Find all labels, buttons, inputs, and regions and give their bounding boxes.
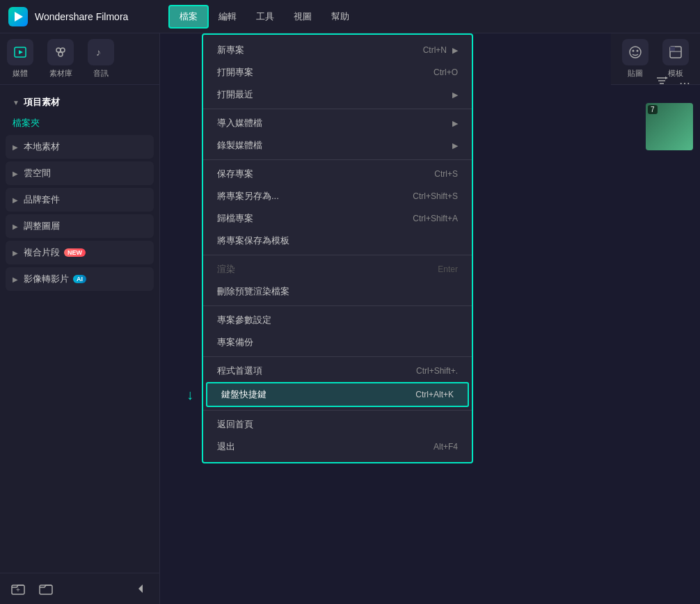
template-icon	[662, 39, 689, 65]
collapse-sidebar-button[interactable]	[132, 579, 151, 598]
svg-point-13	[637, 50, 639, 52]
sidebar-item-brand[interactable]: ▶ 品牌套件	[6, 188, 154, 212]
menu-edit[interactable]: 編輯	[209, 6, 246, 27]
import-arrow: ▶	[452, 119, 458, 128]
menu-item-open-project[interactable]: 打開專案 Ctrl+O	[203, 61, 472, 84]
content-area: 貼圖 模板	[160, 33, 700, 604]
sidebar-item-ai-video[interactable]: ▶ 影像轉影片 AI	[6, 267, 154, 291]
sidebar-bottom: +	[0, 573, 159, 604]
menu-item-new-project[interactable]: 新專案 Ctrl+N ▶	[203, 39, 472, 61]
top-bar: Wondershare Filmora 檔案 編輯 工具 視圖 幫助	[0, 0, 700, 33]
svg-marker-0	[15, 12, 23, 22]
svg-point-5	[58, 52, 63, 56]
svg-marker-10	[138, 585, 143, 593]
sidebar-item-local[interactable]: ▶ 本地素材	[6, 135, 154, 159]
svg-marker-20	[665, 77, 668, 79]
sidebar-content: ▼ 項目素材 檔案夾 ▶ 本地素材 ▶ 雲空間 ▶ 品牌套件 ▶ 調整圖層 ▶	[0, 85, 159, 573]
section-arrow: ▼	[13, 99, 19, 106]
svg-marker-2	[19, 50, 23, 54]
svg-rect-9	[40, 585, 52, 594]
svg-point-11	[630, 47, 641, 58]
sidebar-item-audio[interactable]: ♪ 音訊	[88, 39, 114, 79]
media-icon	[7, 39, 33, 65]
menu-item-preferences[interactable]: 程式首選項 Ctrl+Shift+.	[203, 360, 472, 382]
app-logo	[8, 7, 28, 26]
menu-item-project-settings[interactable]: 專案參數設定	[203, 309, 472, 331]
separator-3	[203, 255, 472, 255]
ai-video-arrow: ▶	[13, 276, 18, 283]
app-branding: Wondershare Filmora	[8, 7, 168, 26]
svg-text:+: +	[16, 586, 20, 594]
app-title: Wondershare Filmora	[35, 11, 128, 22]
menu-item-project-backup[interactable]: 專案備份	[203, 331, 472, 353]
badge-new: NEW	[64, 248, 86, 257]
arrow-indicator: ↓	[186, 387, 193, 403]
menu-item-save-template[interactable]: 將專案保存為模板	[203, 230, 472, 252]
thumbnail[interactable]: 7	[646, 103, 693, 150]
menu-help[interactable]: 幫助	[321, 6, 359, 27]
sticker-icon	[622, 39, 649, 65]
audio-icon: ♪	[88, 39, 114, 65]
menu-item-save-as[interactable]: 將專案另存為... Ctrl+Shift+S	[203, 185, 472, 207]
file-menu-dropdown: 新專案 Ctrl+N ▶ 打開專案 Ctrl+O 打開最近 ▶ 導入媒體檔 ▶	[202, 33, 473, 463]
submenu-arrow: ▶	[452, 46, 458, 55]
menu-item-keyboard-shortcuts[interactable]: ↓ 鍵盤快捷鍵 Ctrl+Alt+K	[206, 382, 469, 407]
material-icon	[47, 39, 74, 65]
sidebar-item-sticker[interactable]: 貼圖	[622, 39, 649, 79]
svg-point-4	[61, 48, 65, 52]
adjust-arrow: ▶	[13, 223, 18, 230]
menu-view[interactable]: 視圖	[284, 6, 321, 27]
cloud-arrow: ▶	[13, 170, 18, 177]
sidebar-item-adjust[interactable]: ▶ 調整圖層	[6, 214, 154, 238]
sidebar-item-cloud[interactable]: ▶ 雲空間	[6, 161, 154, 185]
brand-arrow: ▶	[13, 196, 18, 204]
separator-1	[203, 109, 472, 109]
main-layout: 媒體 素材庫 ♪ 音訊	[0, 33, 700, 604]
menu-bar: 檔案 編輯 工具 視圖 幫助	[168, 5, 692, 29]
svg-point-3	[56, 48, 61, 52]
more-options-icon[interactable]: ⋯	[676, 74, 693, 93]
menu-item-archive[interactable]: 歸檔專案 Ctrl+Shift+A	[203, 207, 472, 230]
sidebar-item-material[interactable]: 素材庫	[47, 39, 74, 79]
sidebar-item-composite[interactable]: ▶ 複合片段 NEW	[6, 241, 154, 264]
menu-item-quit[interactable]: 退出 Alt+F4	[203, 436, 472, 458]
menu-item-delete-preview[interactable]: 刪除預覽渲染檔案	[203, 280, 472, 303]
svg-text:♪: ♪	[96, 47, 101, 58]
recent-arrow: ▶	[452, 90, 458, 100]
menu-item-open-recent[interactable]: 打開最近 ▶	[203, 84, 472, 106]
sidebar-toolbar: 媒體 素材庫 ♪ 音訊	[0, 33, 159, 85]
import-button[interactable]	[36, 579, 56, 598]
menu-file[interactable]: 檔案	[168, 5, 209, 29]
separator-5	[203, 356, 472, 357]
badge-ai: AI	[73, 275, 86, 283]
composite-arrow: ▶	[13, 249, 18, 257]
menu-item-record-media[interactable]: 錄製媒體檔 ▶	[203, 134, 472, 157]
menu-tools[interactable]: 工具	[246, 6, 284, 27]
add-folder-button[interactable]: +	[8, 579, 28, 598]
svg-point-12	[633, 50, 635, 52]
thumbnail-area: 7	[646, 103, 693, 150]
menu-item-render[interactable]: 渲染 Enter	[203, 258, 472, 280]
separator-6	[203, 410, 472, 411]
thumbnail-number: 7	[648, 105, 658, 114]
menu-item-import-media[interactable]: 導入媒體檔 ▶	[203, 112, 472, 134]
sidebar-item-media[interactable]: 媒體	[7, 39, 33, 79]
separator-2	[203, 159, 472, 160]
sidebar-section-header: ▼ 項目素材	[6, 90, 154, 114]
separator-4	[203, 305, 472, 306]
filter-icon[interactable]	[653, 72, 671, 93]
sidebar: 媒體 素材庫 ♪ 音訊	[0, 33, 160, 604]
svg-rect-15	[670, 47, 675, 51]
content-toolbar: ⋯	[653, 72, 693, 93]
menu-item-save[interactable]: 保存專案 Ctrl+S	[203, 163, 472, 185]
folder-label: 檔案夾	[6, 114, 154, 135]
menu-item-home[interactable]: 返回首頁	[203, 413, 472, 436]
record-arrow: ▶	[452, 141, 458, 150]
local-arrow: ▶	[13, 143, 18, 151]
